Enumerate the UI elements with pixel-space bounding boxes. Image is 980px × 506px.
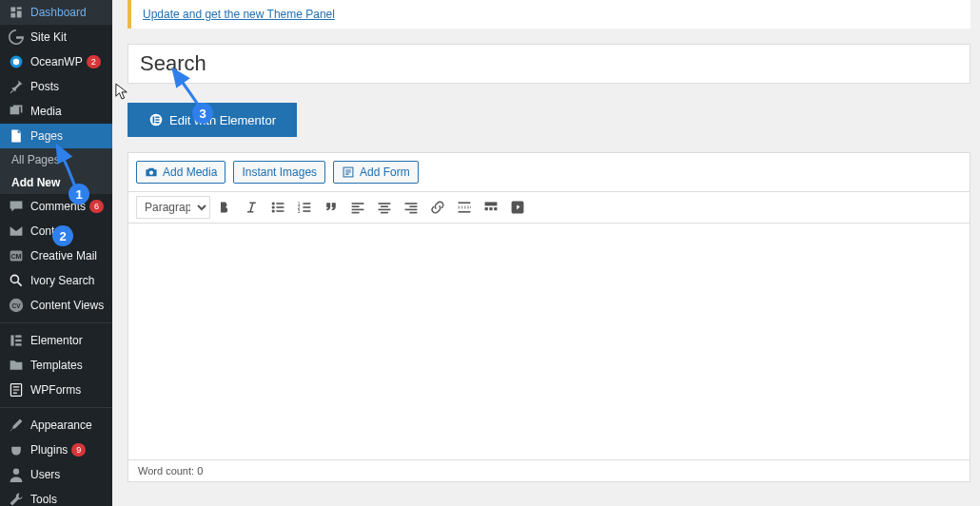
ocean-shortcode-icon[interactable] (505, 196, 530, 219)
menu-label: Site Kit (30, 30, 67, 44)
svg-rect-39 (381, 212, 388, 214)
blockquote-icon[interactable] (319, 196, 343, 219)
comments-badge: 6 (89, 200, 104, 214)
svg-point-22 (272, 205, 275, 208)
edit-with-elementor-button[interactable]: Edit with Elementor (127, 103, 297, 137)
bullet-list-icon[interactable] (265, 196, 290, 219)
add-form-button[interactable]: Add Form (333, 161, 419, 184)
svg-rect-8 (15, 335, 21, 337)
toolbar-toggle-icon[interactable] (479, 196, 503, 219)
menu-label: Ivory Search (30, 274, 94, 287)
title-wrapper (127, 44, 970, 84)
menu-appearance[interactable]: Appearance (0, 413, 112, 438)
svg-point-1 (13, 59, 19, 65)
svg-rect-43 (409, 212, 417, 214)
pin-icon (8, 78, 25, 95)
menu-label: Media (30, 105, 62, 118)
oceanwp-icon (8, 53, 25, 70)
insert-more-icon[interactable] (452, 196, 477, 219)
editor-topbar: Add Media Instant Images Add Form (128, 153, 970, 192)
editor-body[interactable] (128, 224, 970, 459)
svg-rect-46 (459, 211, 471, 213)
bold-icon[interactable] (212, 196, 237, 219)
menu-label: Appearance (30, 418, 92, 432)
menu-tools[interactable]: Tools (0, 487, 112, 506)
menu-label: Plugins (30, 443, 68, 457)
menu-label: Elementor (30, 334, 83, 347)
svg-rect-17 (155, 122, 159, 124)
svg-text:CV: CV (12, 302, 22, 309)
svg-rect-47 (485, 202, 498, 205)
svg-rect-10 (15, 343, 21, 345)
admin-sidebar: Dashboard Site Kit OceanWP 2 Posts Media… (0, 0, 112, 506)
wrench-icon (8, 491, 25, 506)
search-icon (8, 272, 25, 289)
format-select[interactable]: Paragraph (136, 196, 210, 219)
svg-rect-7 (10, 335, 13, 345)
menu-posts[interactable]: Posts (0, 74, 112, 99)
svg-text:3: 3 (298, 209, 301, 214)
italic-icon[interactable] (239, 196, 264, 219)
menu-label: Users (30, 468, 60, 481)
number-list-icon[interactable]: 123 (292, 196, 317, 219)
comment-icon (8, 198, 25, 215)
menu-label: OceanWP (30, 55, 83, 68)
folder-icon (8, 357, 25, 374)
menu-oceanwp[interactable]: OceanWP 2 (0, 49, 112, 74)
menu-label: Pages (30, 129, 63, 143)
svg-rect-25 (276, 210, 284, 212)
menu-contact[interactable]: Contact (0, 219, 112, 243)
svg-rect-42 (405, 209, 418, 211)
svg-rect-33 (352, 205, 360, 207)
menu-creative-mail[interactable]: CM Creative Mail (0, 243, 112, 268)
svg-point-18 (149, 171, 153, 175)
menu-label: Comments (30, 200, 86, 213)
svg-rect-9 (15, 340, 21, 341)
menu-templates[interactable]: Templates (0, 353, 112, 378)
cv-icon: CV (8, 297, 25, 314)
svg-rect-41 (409, 205, 417, 207)
menu-content-views[interactable]: CV Content Views (0, 293, 112, 318)
notice-link[interactable]: Update and get the new Theme Panel (143, 8, 335, 21)
google-icon (8, 29, 25, 46)
align-left-icon[interactable] (345, 196, 370, 219)
plugin-icon (8, 441, 25, 458)
menu-sitekit[interactable]: Site Kit (0, 25, 112, 49)
menu-elementor[interactable]: Elementor (0, 328, 112, 353)
menu-label: Posts (30, 80, 59, 93)
svg-rect-36 (379, 203, 391, 204)
admin-notice: Update and get the new Theme Panel (127, 0, 970, 29)
mail-icon (8, 223, 25, 240)
svg-rect-29 (303, 206, 310, 208)
add-media-button[interactable]: Add Media (136, 161, 225, 184)
menu-users[interactable]: Users (0, 462, 112, 487)
menu-pages[interactable]: Pages (0, 124, 112, 148)
button-label: Instant Images (242, 165, 317, 179)
editor-footer: Word count: 0 (128, 459, 970, 481)
svg-rect-38 (379, 209, 391, 211)
svg-point-24 (272, 209, 275, 212)
menu-dashboard[interactable]: Dashboard (0, 0, 112, 25)
update-badge: 2 (87, 55, 101, 69)
menu-wpforms[interactable]: WPForms (0, 378, 112, 402)
button-label: Add Form (360, 165, 410, 179)
align-right-icon[interactable] (399, 196, 423, 219)
menu-plugins[interactable]: Plugins 9 (0, 438, 112, 462)
svg-rect-40 (405, 203, 418, 204)
form-icon (8, 381, 25, 399)
svg-rect-34 (352, 209, 364, 211)
submenu-all-pages[interactable]: All Pages (0, 148, 112, 171)
link-icon[interactable] (425, 196, 450, 219)
submenu-add-new[interactable]: Add New (0, 171, 112, 194)
pages-submenu: All Pages Add New (0, 148, 112, 194)
camera-icon (145, 165, 158, 179)
menu-media[interactable]: Media (0, 99, 112, 124)
align-center-icon[interactable] (372, 196, 397, 219)
menu-separator (0, 322, 112, 323)
page-title-input[interactable] (136, 48, 962, 80)
instant-images-button[interactable]: Instant Images (233, 161, 325, 184)
svg-rect-50 (494, 207, 497, 210)
menu-comments[interactable]: Comments 6 (0, 194, 112, 219)
dashboard-icon (8, 4, 25, 21)
menu-ivory-search[interactable]: Ivory Search (0, 268, 112, 293)
